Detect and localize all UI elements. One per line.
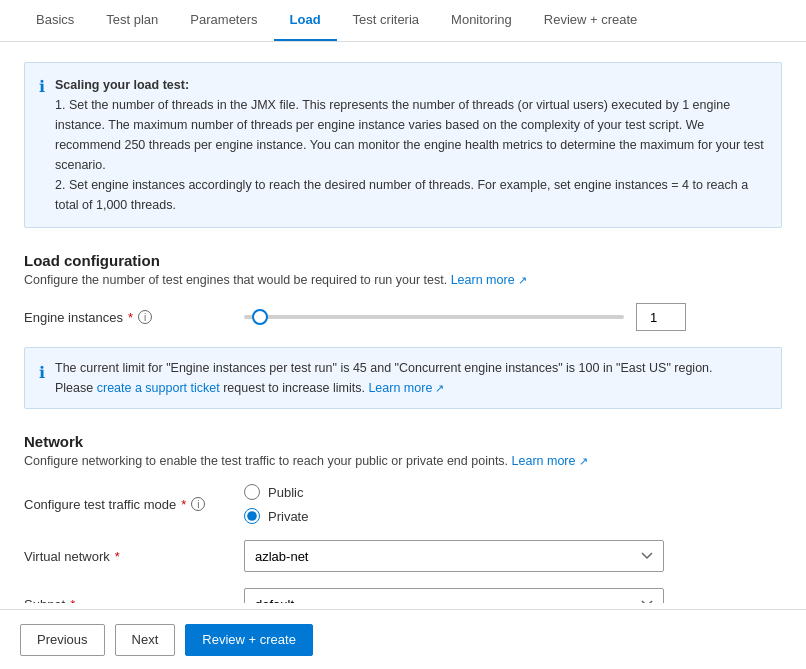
tab-test-plan[interactable]: Test plan <box>90 0 174 41</box>
review-create-button[interactable]: Review + create <box>185 624 313 656</box>
tab-basics[interactable]: Basics <box>20 0 90 41</box>
limit-info-text: The current limit for "Engine instances … <box>55 358 713 398</box>
radio-private-input[interactable] <box>244 508 260 524</box>
limit-info-text2: Please <box>55 381 93 395</box>
network-section: Network Configure networking to enable t… <box>24 433 782 603</box>
limit-learn-more-link[interactable]: Learn more <box>368 381 444 395</box>
previous-button[interactable]: Previous <box>20 624 105 656</box>
network-learn-more-link[interactable]: Learn more <box>512 454 588 468</box>
scaling-line3: 2. Set engine instances accordingly to r… <box>55 178 748 212</box>
traffic-mode-required: * <box>181 497 186 512</box>
next-button[interactable]: Next <box>115 624 176 656</box>
scaling-info-box: ℹ Scaling your load test: 1. Set the num… <box>24 62 782 228</box>
traffic-mode-info-icon[interactable]: i <box>191 497 205 511</box>
virtual-network-label: Virtual network * <box>24 549 244 564</box>
limit-info-icon: ℹ <box>39 360 45 398</box>
required-marker: * <box>128 310 133 325</box>
main-content: ℹ Scaling your load test: 1. Set the num… <box>0 42 806 603</box>
radio-private[interactable]: Private <box>244 508 308 524</box>
network-title: Network <box>24 433 782 450</box>
limit-info-text3: request to increase limits. <box>223 381 365 395</box>
subnet-required: * <box>70 597 75 604</box>
tab-load[interactable]: Load <box>274 0 337 41</box>
load-config-section: Load configuration Configure the number … <box>24 252 782 331</box>
limit-info-text1: The current limit for "Engine instances … <box>55 361 713 375</box>
subnet-dropdown[interactable]: default <box>244 588 664 603</box>
traffic-mode-row: Configure test traffic mode * i Public P… <box>24 484 782 524</box>
radio-private-label: Private <box>268 509 308 524</box>
engine-instances-info-icon[interactable]: i <box>138 310 152 324</box>
create-support-ticket-link[interactable]: create a support ticket <box>97 381 220 395</box>
virtual-network-dropdown[interactable]: azlab-net <box>244 540 664 572</box>
info-icon: ℹ <box>39 77 45 215</box>
radio-public[interactable]: Public <box>244 484 308 500</box>
network-desc: Configure networking to enable the test … <box>24 454 782 468</box>
engine-instances-slider[interactable] <box>244 315 624 319</box>
footer: Previous Next Review + create <box>0 609 806 669</box>
tab-monitoring[interactable]: Monitoring <box>435 0 528 41</box>
scaling-info-text: Scaling your load test: 1. Set the numbe… <box>55 75 767 215</box>
traffic-mode-radio-group: Public Private <box>244 484 308 524</box>
engine-instances-value[interactable] <box>636 303 686 331</box>
load-config-desc: Configure the number of test engines tha… <box>24 273 782 287</box>
engine-instances-row: Engine instances * i <box>24 303 782 331</box>
scaling-title: Scaling your load test: <box>55 78 189 92</box>
scaling-line2: 1. Set the number of threads in the JMX … <box>55 98 764 172</box>
tab-test-criteria[interactable]: Test criteria <box>337 0 435 41</box>
radio-public-input[interactable] <box>244 484 260 500</box>
engine-instances-label: Engine instances * i <box>24 310 244 325</box>
load-config-learn-more[interactable]: Learn more <box>451 273 527 287</box>
nav-tabs: Basics Test plan Parameters Load Test cr… <box>0 0 806 42</box>
subnet-dropdown-wrapper: default <box>244 588 664 603</box>
vnet-required: * <box>115 549 120 564</box>
radio-public-label: Public <box>268 485 303 500</box>
virtual-network-dropdown-wrapper: azlab-net <box>244 540 664 572</box>
limit-info-box: ℹ The current limit for "Engine instance… <box>24 347 782 409</box>
subnet-row: Subnet * default <box>24 588 782 603</box>
engine-instances-slider-container <box>244 303 782 331</box>
load-config-desc-text: Configure the number of test engines tha… <box>24 273 447 287</box>
subnet-label: Subnet * <box>24 597 244 604</box>
tab-parameters[interactable]: Parameters <box>174 0 273 41</box>
virtual-network-row: Virtual network * azlab-net <box>24 540 782 572</box>
network-desc-text: Configure networking to enable the test … <box>24 454 508 468</box>
traffic-mode-label: Configure test traffic mode * i <box>24 497 244 512</box>
load-config-title: Load configuration <box>24 252 782 269</box>
tab-review-create[interactable]: Review + create <box>528 0 654 41</box>
